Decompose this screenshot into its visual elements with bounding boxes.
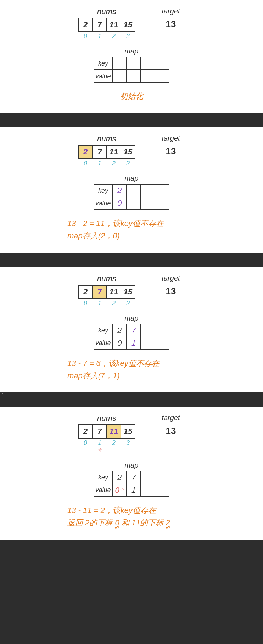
- target-label: target: [157, 414, 185, 422]
- map-value-row: value 0☆ 1: [94, 484, 169, 497]
- indices-row: 0 1☆ 2 3: [78, 439, 135, 454]
- map-key-header: key: [94, 324, 113, 337]
- map-block: map key 2 value 0: [4, 174, 259, 210]
- index-label: 2: [106, 160, 121, 167]
- map-label: map: [125, 461, 139, 469]
- index-label: 0: [78, 160, 93, 167]
- index-label: 3: [121, 300, 135, 307]
- map-value-cell: [112, 69, 127, 83]
- map-key-cell: [140, 471, 155, 484]
- separator-tick: ': [0, 392, 263, 407]
- map-key-cell: [140, 184, 155, 197]
- array-cell: 2: [78, 285, 93, 299]
- map-value-cell: 0: [112, 197, 127, 210]
- array-cell: 7: [92, 145, 107, 159]
- caption: 13 - 11 = 2，该key值存在返回 2的下标 0 和 11的下标 2: [4, 504, 259, 529]
- target-value: 13: [157, 425, 185, 436]
- map-key-cell: [140, 324, 155, 337]
- map-block: map key value: [4, 47, 259, 83]
- array-cell: 15: [121, 145, 135, 159]
- map-key-cell: 2: [112, 184, 127, 197]
- nums-block: nums 2 7 11 15 0 1☆ 2 3: [78, 414, 135, 454]
- map-value-row: value 0 1: [94, 337, 169, 350]
- map-key-header: key: [94, 471, 113, 484]
- caption: 13 - 2 = 11，该key值不存在map存入(2，0): [4, 217, 259, 242]
- array-cell: 15: [121, 424, 135, 439]
- map-value-cell: 0☆: [112, 484, 127, 497]
- map-key-cell: [155, 324, 169, 337]
- nums-block: nums 2 7 11 15 0 1 2 3: [78, 274, 135, 307]
- array-cell-highlighted: 2: [78, 145, 93, 159]
- nums-label: nums: [78, 414, 135, 423]
- map-value-cell: [126, 69, 141, 83]
- map-key-cell: 2: [112, 471, 127, 484]
- target-block: target 13: [157, 7, 185, 30]
- separator-tick: ': [0, 113, 263, 127]
- indices-row: 0 1 2 3: [78, 300, 135, 307]
- map-value-cell: [140, 69, 155, 83]
- map-value-cell: [140, 484, 155, 497]
- map-key-cell: 7: [126, 471, 141, 484]
- map-label: map: [125, 174, 139, 182]
- map-value-row: value 0: [94, 197, 169, 210]
- nums-label: nums: [78, 134, 135, 143]
- caption: 初始化: [4, 90, 259, 102]
- map-value-cell: [155, 484, 169, 497]
- target-value: 13: [157, 19, 185, 30]
- map-key-cell: [140, 57, 155, 70]
- nums-label: nums: [78, 7, 135, 16]
- index-label: 1☆: [92, 439, 107, 454]
- nums-array: 2 7 11 15: [78, 145, 135, 159]
- nums-block: nums 2 7 11 15 0 1 2 3: [78, 7, 135, 40]
- target-value: 13: [157, 286, 185, 297]
- map-table: key 2 7 value 0☆ 1: [94, 471, 169, 497]
- map-table: key 2 7 value 0 1: [94, 324, 169, 350]
- map-block: map key 2 7 value 0 1: [4, 314, 259, 350]
- map-key-cell: 7: [126, 324, 141, 337]
- caption: 13 - 7 = 6，该key值不存在map存入(7，1): [4, 357, 259, 382]
- map-value-cell: [155, 197, 169, 210]
- separator-tick: ': [0, 253, 263, 267]
- map-key-cell: [126, 57, 141, 70]
- index-label: 1: [92, 160, 107, 167]
- index-label: 2: [106, 439, 121, 454]
- nums-array: 2 7 11 15: [78, 424, 135, 439]
- map-key-cell: [126, 184, 141, 197]
- index-label: 3: [121, 160, 135, 167]
- index-label: 0: [78, 33, 93, 40]
- diagram-panel: nums 2 7 11 15 0 1 2 3 target 13 map key…: [0, 267, 263, 392]
- map-value-cell: 0: [112, 337, 127, 350]
- map-key-cell: [112, 57, 127, 70]
- map-key-row: key 2 7: [94, 471, 169, 484]
- star-icon: ☆: [119, 487, 124, 492]
- nums-label: nums: [78, 274, 135, 283]
- map-value-header: value: [94, 197, 113, 210]
- map-value-cell: [140, 337, 155, 350]
- star-icon: ☆: [97, 447, 102, 453]
- map-key-row: key: [94, 57, 169, 70]
- index-label: 0: [78, 300, 93, 307]
- index-label: 1: [92, 300, 107, 307]
- indices-row: 0 1 2 3: [78, 160, 135, 167]
- array-cell: 7: [92, 18, 107, 32]
- map-value-header: value: [94, 337, 113, 350]
- array-cell: 11: [106, 285, 121, 299]
- nums-array: 2 7 11 15: [78, 18, 135, 32]
- map-value-cell: 1: [126, 484, 141, 497]
- target-label: target: [157, 274, 185, 282]
- map-value-cell: 1: [126, 337, 141, 350]
- map-table: key value: [94, 57, 169, 83]
- map-label: map: [125, 47, 139, 55]
- diagram-panel: nums 2 7 11 15 0 1 2 3 target 13 map key…: [0, 127, 263, 253]
- map-value-cell: [126, 197, 141, 210]
- index-label: 3: [121, 33, 135, 40]
- array-cell: 7: [92, 424, 107, 439]
- map-value-header: value: [94, 484, 113, 497]
- index-label: 2: [106, 300, 121, 307]
- map-value-cell: [140, 197, 155, 210]
- top-row: nums 2 7 11 15 0 1 2 3 target 13: [4, 274, 259, 307]
- map-label: map: [125, 314, 139, 322]
- target-value: 13: [157, 146, 185, 157]
- index-label: 3: [121, 439, 135, 454]
- map-key-header: key: [94, 184, 113, 197]
